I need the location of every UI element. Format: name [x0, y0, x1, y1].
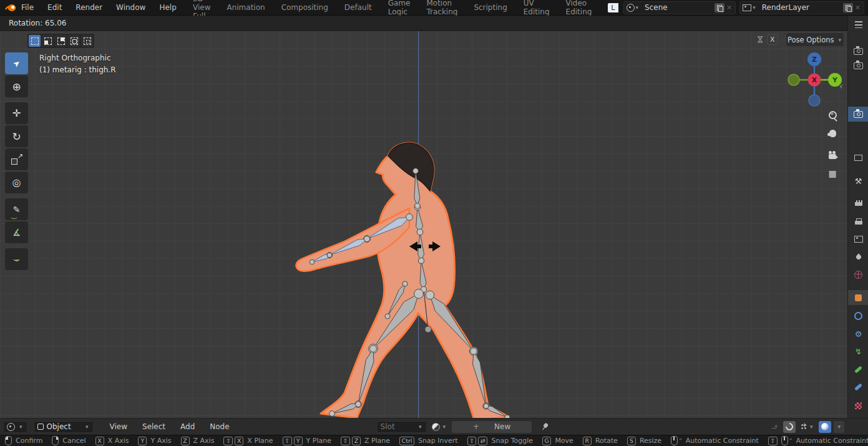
scene-selector[interactable]: ▾ Scene ✕ [623, 1, 736, 14]
node-menu-view[interactable]: View [110, 422, 127, 431]
partial-layout-button[interactable]: L [608, 3, 618, 12]
menu-file[interactable]: File [21, 3, 34, 12]
tool-measure[interactable] [5, 221, 28, 243]
tab-render[interactable] [848, 44, 868, 59]
tab-data[interactable] [848, 250, 868, 264]
select-mode-invert[interactable] [68, 35, 80, 47]
layout-tab-animation[interactable]: Animation [227, 3, 265, 12]
gizmo-axis-neg-z[interactable] [809, 95, 820, 106]
navigation-gizmo[interactable]: Z Y X [785, 52, 844, 110]
layout-tab-default[interactable]: Default [344, 3, 372, 12]
menu-render[interactable]: Render [76, 3, 102, 12]
bone-joint[interactable] [418, 258, 424, 263]
viewport-shading-button[interactable] [819, 421, 831, 433]
bone-joint[interactable] [414, 289, 424, 299]
tab-image[interactable] [848, 231, 868, 246]
close-icon[interactable]: ✕ [726, 4, 732, 12]
tab-scene[interactable] [848, 195, 868, 210]
copy-scene-button[interactable] [714, 3, 724, 12]
snap-toggle-button[interactable] [783, 421, 796, 433]
tool-move[interactable] [5, 102, 28, 124]
tab-render-active[interactable] [848, 107, 868, 122]
menu-edit[interactable]: Edit [47, 3, 62, 12]
tab-constraints[interactable] [848, 308, 868, 323]
render-layer-name[interactable]: RenderLayer [757, 3, 841, 12]
editor-type-icon[interactable] [848, 17, 868, 32]
bone-joint[interactable] [364, 236, 369, 241]
slot-dropdown[interactable]: Slot ▾ [377, 421, 427, 433]
new-material-button[interactable]: + New [452, 421, 532, 433]
material-datablock-icon[interactable]: ▾ [432, 423, 447, 431]
bone-joint[interactable] [310, 259, 315, 264]
snap-element-dropdown[interactable]: ▾ [798, 421, 817, 433]
blender-logo-icon[interactable] [5, 4, 16, 12]
layout-tab-scripting[interactable]: Scripting [474, 3, 507, 12]
layout-tab-game-logic[interactable]: Game Logic [388, 0, 411, 16]
tool-3d-cursor[interactable] [5, 75, 28, 97]
editor-type-selector[interactable]: ▾ [3, 421, 27, 433]
menu-window[interactable]: Window [116, 3, 145, 12]
grid-ortho-button[interactable]: ▦ [825, 166, 840, 181]
tool-annotate[interactable] [5, 198, 28, 220]
bone-joint[interactable] [370, 346, 377, 352]
tab-bone[interactable] [848, 362, 868, 377]
close-icon[interactable]: ✕ [855, 4, 861, 12]
tool-scale[interactable] [5, 148, 28, 170]
camera-view-button[interactable] [825, 147, 840, 162]
region-collapse-arrow[interactable]: ‹ [839, 81, 843, 91]
bone-joint[interactable] [327, 253, 332, 258]
zoom-button[interactable] [825, 107, 840, 122]
select-mode-subtract[interactable] [55, 35, 67, 47]
bone-joint[interactable] [415, 203, 421, 209]
bone-joint[interactable] [417, 229, 423, 235]
menu-help[interactable]: Help [159, 3, 176, 12]
layout-tab-motion-tracking[interactable]: Motion Tracking [426, 0, 457, 16]
select-mode-extend[interactable] [42, 35, 54, 47]
bone-joint[interactable] [329, 411, 335, 417]
layout-tab-video-editing[interactable]: Video Editing [566, 0, 592, 16]
tab-modifiers[interactable]: ⚙ [848, 326, 868, 341]
render-layer-selector[interactable]: ▾ RenderLayer ✕ [739, 1, 864, 14]
tab-physics[interactable]: ↯ [848, 344, 868, 359]
node-menu-select[interactable]: Select [142, 422, 165, 431]
tab-render-alt[interactable] [848, 58, 868, 73]
pose-options-dropdown[interactable]: Pose Options ▾ [786, 33, 844, 46]
tab-view-layers[interactable] [848, 150, 868, 165]
tab-object[interactable] [848, 290, 868, 305]
pin-icon[interactable] [539, 420, 551, 433]
bone-joint[interactable] [356, 402, 361, 407]
bone-joint[interactable] [385, 314, 390, 319]
tool-rotate[interactable] [5, 125, 28, 147]
copy-render-layer-button[interactable] [843, 3, 853, 12]
character-mesh[interactable] [293, 138, 518, 418]
bone-joint[interactable] [471, 348, 477, 354]
tab-output[interactable] [848, 214, 868, 229]
tool-pose-breakdowner[interactable] [5, 248, 28, 270]
tool-select-box[interactable] [5, 52, 28, 74]
bone-joint[interactable] [426, 291, 434, 299]
chevron-down-icon: ▾ [19, 424, 22, 430]
layout-tab-compositing[interactable]: Compositing [281, 3, 328, 12]
shading-dropdown[interactable]: ▾ [834, 421, 844, 433]
bone-joint[interactable] [484, 404, 489, 409]
tab-world[interactable] [848, 267, 868, 282]
select-mode-new[interactable] [29, 35, 41, 47]
bone-joint[interactable] [402, 281, 407, 286]
tool-transform[interactable] [5, 172, 28, 193]
tab-bone-constraint[interactable] [848, 379, 868, 394]
layout-tab-uv-editing[interactable]: UV Editing [524, 0, 550, 16]
node-menu-add[interactable]: Add [180, 422, 195, 431]
bone-joint[interactable] [413, 168, 419, 174]
gizmo-axis-neg-y[interactable] [788, 74, 799, 85]
x-mirror-toggle[interactable]: X [767, 34, 778, 45]
scene-name[interactable]: Scene [640, 3, 712, 12]
bone-joint[interactable] [406, 214, 413, 221]
3d-viewport[interactable]: Right Orthographic (1) metarig : thigh.R… [0, 31, 847, 418]
node-menu-node[interactable]: Node [210, 422, 229, 431]
select-mode-intersect[interactable] [81, 35, 93, 47]
tab-tools[interactable]: ⚒ [848, 173, 868, 188]
proportional-edit-button[interactable]: ↰ [769, 421, 781, 433]
pan-button[interactable] [825, 126, 840, 141]
tab-texture[interactable] [848, 398, 868, 413]
shader-type-dropdown[interactable]: Object ▾ [34, 421, 94, 433]
